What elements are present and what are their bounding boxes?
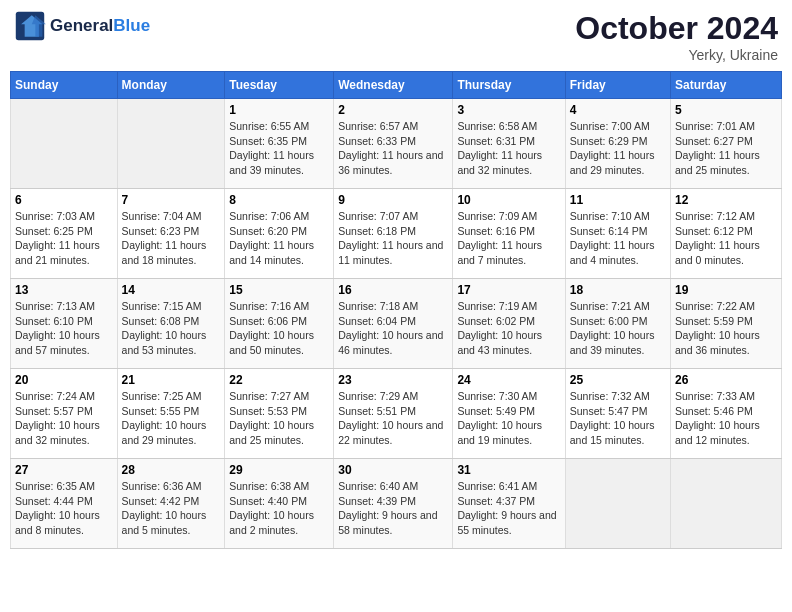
day-number: 23 — [338, 373, 448, 387]
day-number: 27 — [15, 463, 113, 477]
day-info: Sunrise: 7:32 AM Sunset: 5:47 PM Dayligh… — [570, 389, 666, 448]
daylight: Daylight: 11 hours and 36 minutes. — [338, 149, 443, 176]
sunrise: Sunrise: 6:38 AM — [229, 480, 309, 492]
sunset: Sunset: 6:29 PM — [570, 135, 648, 147]
sunset: Sunset: 5:46 PM — [675, 405, 753, 417]
day-info: Sunrise: 7:06 AM Sunset: 6:20 PM Dayligh… — [229, 209, 329, 268]
day-number: 9 — [338, 193, 448, 207]
day-number: 14 — [122, 283, 221, 297]
subtitle: Yerky, Ukraine — [575, 47, 778, 63]
day-info: Sunrise: 6:41 AM Sunset: 4:37 PM Dayligh… — [457, 479, 560, 538]
sunset: Sunset: 6:02 PM — [457, 315, 535, 327]
daylight: Daylight: 10 hours and 36 minutes. — [675, 329, 760, 356]
daylight: Daylight: 10 hours and 46 minutes. — [338, 329, 443, 356]
week-row-1: 1 Sunrise: 6:55 AM Sunset: 6:35 PM Dayli… — [11, 99, 782, 189]
header-monday: Monday — [117, 72, 225, 99]
day-info: Sunrise: 6:58 AM Sunset: 6:31 PM Dayligh… — [457, 119, 560, 178]
sunset: Sunset: 5:47 PM — [570, 405, 648, 417]
logo-text: GeneralBlue — [50, 16, 150, 36]
sunset: Sunset: 6:12 PM — [675, 225, 753, 237]
calendar-body: 1 Sunrise: 6:55 AM Sunset: 6:35 PM Dayli… — [11, 99, 782, 549]
sunrise: Sunrise: 7:27 AM — [229, 390, 309, 402]
cell-w5-d2: 29 Sunrise: 6:38 AM Sunset: 4:40 PM Dayl… — [225, 459, 334, 549]
cell-w1-d0 — [11, 99, 118, 189]
sunset: Sunset: 5:51 PM — [338, 405, 416, 417]
header-saturday: Saturday — [671, 72, 782, 99]
day-info: Sunrise: 7:33 AM Sunset: 5:46 PM Dayligh… — [675, 389, 777, 448]
sunset: Sunset: 4:37 PM — [457, 495, 535, 507]
header-wednesday: Wednesday — [334, 72, 453, 99]
daylight: Daylight: 11 hours and 18 minutes. — [122, 239, 207, 266]
cell-w5-d0: 27 Sunrise: 6:35 AM Sunset: 4:44 PM Dayl… — [11, 459, 118, 549]
sunrise: Sunrise: 7:30 AM — [457, 390, 537, 402]
day-info: Sunrise: 6:40 AM Sunset: 4:39 PM Dayligh… — [338, 479, 448, 538]
day-info: Sunrise: 7:30 AM Sunset: 5:49 PM Dayligh… — [457, 389, 560, 448]
sunset: Sunset: 6:31 PM — [457, 135, 535, 147]
day-info: Sunrise: 7:03 AM Sunset: 6:25 PM Dayligh… — [15, 209, 113, 268]
sunrise: Sunrise: 6:55 AM — [229, 120, 309, 132]
day-info: Sunrise: 6:55 AM Sunset: 6:35 PM Dayligh… — [229, 119, 329, 178]
day-info: Sunrise: 7:25 AM Sunset: 5:55 PM Dayligh… — [122, 389, 221, 448]
header-friday: Friday — [565, 72, 670, 99]
day-number: 12 — [675, 193, 777, 207]
day-number: 7 — [122, 193, 221, 207]
sunrise: Sunrise: 7:25 AM — [122, 390, 202, 402]
sunrise: Sunrise: 6:57 AM — [338, 120, 418, 132]
day-number: 13 — [15, 283, 113, 297]
daylight: Daylight: 10 hours and 2 minutes. — [229, 509, 314, 536]
cell-w5-d5 — [565, 459, 670, 549]
daylight: Daylight: 10 hours and 43 minutes. — [457, 329, 542, 356]
sunset: Sunset: 6:00 PM — [570, 315, 648, 327]
sunrise: Sunrise: 7:00 AM — [570, 120, 650, 132]
day-info: Sunrise: 7:10 AM Sunset: 6:14 PM Dayligh… — [570, 209, 666, 268]
cell-w5-d1: 28 Sunrise: 6:36 AM Sunset: 4:42 PM Dayl… — [117, 459, 225, 549]
cell-w4-d0: 20 Sunrise: 7:24 AM Sunset: 5:57 PM Dayl… — [11, 369, 118, 459]
day-info: Sunrise: 7:01 AM Sunset: 6:27 PM Dayligh… — [675, 119, 777, 178]
logo: GeneralBlue — [14, 10, 150, 42]
day-number: 3 — [457, 103, 560, 117]
sunset: Sunset: 6:08 PM — [122, 315, 200, 327]
day-number: 24 — [457, 373, 560, 387]
page-header: GeneralBlue October 2024 Yerky, Ukraine — [10, 10, 782, 63]
sunset: Sunset: 4:42 PM — [122, 495, 200, 507]
day-info: Sunrise: 7:00 AM Sunset: 6:29 PM Dayligh… — [570, 119, 666, 178]
day-info: Sunrise: 7:09 AM Sunset: 6:16 PM Dayligh… — [457, 209, 560, 268]
day-number: 5 — [675, 103, 777, 117]
title-block: October 2024 Yerky, Ukraine — [575, 10, 778, 63]
daylight: Daylight: 10 hours and 29 minutes. — [122, 419, 207, 446]
day-info: Sunrise: 6:36 AM Sunset: 4:42 PM Dayligh… — [122, 479, 221, 538]
logo-icon — [14, 10, 46, 42]
sunset: Sunset: 6:33 PM — [338, 135, 416, 147]
sunset: Sunset: 5:53 PM — [229, 405, 307, 417]
day-info: Sunrise: 7:12 AM Sunset: 6:12 PM Dayligh… — [675, 209, 777, 268]
cell-w1-d6: 5 Sunrise: 7:01 AM Sunset: 6:27 PM Dayli… — [671, 99, 782, 189]
day-info: Sunrise: 7:04 AM Sunset: 6:23 PM Dayligh… — [122, 209, 221, 268]
sunset: Sunset: 6:14 PM — [570, 225, 648, 237]
sunrise: Sunrise: 7:07 AM — [338, 210, 418, 222]
day-number: 15 — [229, 283, 329, 297]
day-info: Sunrise: 6:57 AM Sunset: 6:33 PM Dayligh… — [338, 119, 448, 178]
cell-w3-d0: 13 Sunrise: 7:13 AM Sunset: 6:10 PM Dayl… — [11, 279, 118, 369]
cell-w3-d2: 15 Sunrise: 7:16 AM Sunset: 6:06 PM Dayl… — [225, 279, 334, 369]
day-number: 28 — [122, 463, 221, 477]
day-number: 18 — [570, 283, 666, 297]
daylight: Daylight: 11 hours and 11 minutes. — [338, 239, 443, 266]
daylight: Daylight: 9 hours and 58 minutes. — [338, 509, 437, 536]
cell-w3-d4: 17 Sunrise: 7:19 AM Sunset: 6:02 PM Dayl… — [453, 279, 565, 369]
cell-w2-d1: 7 Sunrise: 7:04 AM Sunset: 6:23 PM Dayli… — [117, 189, 225, 279]
daylight: Daylight: 11 hours and 7 minutes. — [457, 239, 542, 266]
daylight: Daylight: 10 hours and 32 minutes. — [15, 419, 100, 446]
cell-w2-d2: 8 Sunrise: 7:06 AM Sunset: 6:20 PM Dayli… — [225, 189, 334, 279]
daylight: Daylight: 10 hours and 8 minutes. — [15, 509, 100, 536]
daylight: Daylight: 10 hours and 25 minutes. — [229, 419, 314, 446]
header-tuesday: Tuesday — [225, 72, 334, 99]
sunrise: Sunrise: 6:58 AM — [457, 120, 537, 132]
sunset: Sunset: 6:20 PM — [229, 225, 307, 237]
sunset: Sunset: 6:04 PM — [338, 315, 416, 327]
main-title: October 2024 — [575, 10, 778, 47]
cell-w1-d1 — [117, 99, 225, 189]
cell-w4-d3: 23 Sunrise: 7:29 AM Sunset: 5:51 PM Dayl… — [334, 369, 453, 459]
day-number: 21 — [122, 373, 221, 387]
sunrise: Sunrise: 7:13 AM — [15, 300, 95, 312]
sunrise: Sunrise: 7:18 AM — [338, 300, 418, 312]
